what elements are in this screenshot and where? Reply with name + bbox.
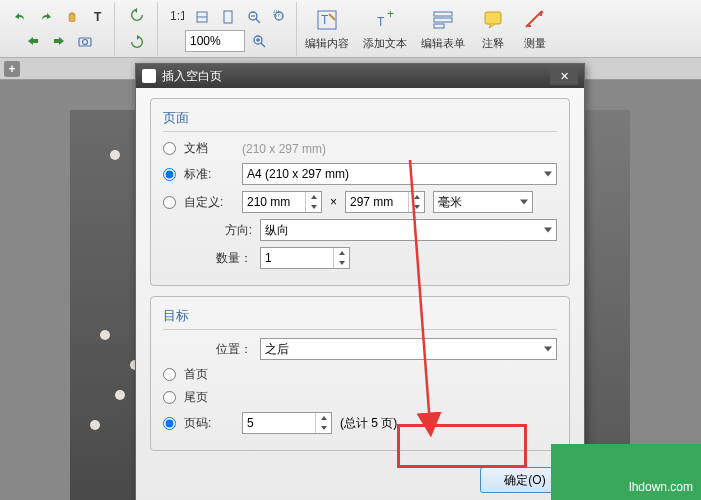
annotate-button[interactable]: 注释: [473, 4, 513, 53]
page-number-radio[interactable]: [163, 417, 176, 430]
height-value: 297 mm: [350, 195, 393, 209]
position-label: 位置：: [192, 341, 252, 358]
measure-label: 测量: [524, 36, 546, 51]
snapshot-icon[interactable]: [73, 29, 97, 53]
standard-size-combo[interactable]: A4 (210 x 297 mm): [242, 163, 557, 185]
unit-value: 毫米: [438, 194, 462, 211]
svg-text:1:1: 1:1: [170, 9, 184, 23]
measure-button[interactable]: 测量: [515, 4, 555, 53]
unit-combo[interactable]: 毫米: [433, 191, 533, 213]
width-value: 210 mm: [247, 195, 290, 209]
last-page-radio[interactable]: [163, 391, 176, 404]
svg-text:T: T: [321, 13, 329, 27]
standard-size-value: A4 (210 x 297 mm): [247, 167, 349, 181]
fit-page-icon[interactable]: [216, 5, 240, 29]
page-number-spinner[interactable]: 5: [242, 412, 332, 434]
annotate-label: 注释: [482, 36, 504, 51]
standard-radio-label: 标准:: [184, 166, 234, 183]
rotate-ccw-icon[interactable]: [121, 2, 153, 29]
rotate-group: [117, 2, 158, 56]
edit-form-button[interactable]: 编辑表单: [415, 4, 471, 53]
document-radio[interactable]: [163, 142, 176, 155]
undo-icon[interactable]: [8, 5, 32, 29]
position-combo[interactable]: 之后: [260, 338, 557, 360]
zoom-input[interactable]: [185, 30, 245, 52]
edit-content-label: 编辑内容: [305, 36, 349, 51]
width-spinner[interactable]: 210 mm: [242, 191, 322, 213]
first-page-radio[interactable]: [163, 368, 176, 381]
svg-rect-5: [224, 11, 232, 23]
svg-rect-17: [485, 12, 501, 24]
total-pages-hint: (总计 5 页): [340, 415, 397, 432]
actual-size-icon[interactable]: 1:1: [164, 5, 188, 29]
count-value: 1: [265, 251, 272, 265]
edit-form-label: 编辑表单: [421, 36, 465, 51]
dialog-title: 插入空白页: [162, 68, 222, 85]
custom-radio[interactable]: [163, 196, 176, 209]
ok-button-label: 确定(O): [504, 472, 545, 489]
first-page-label: 首页: [184, 366, 234, 383]
position-value: 之后: [265, 341, 289, 358]
close-icon[interactable]: ✕: [550, 67, 578, 85]
svg-text:T: T: [377, 15, 385, 29]
zoom-group: 1:1: [160, 2, 297, 56]
annotation-highlight-box: [397, 424, 527, 468]
fit-width-icon[interactable]: [190, 5, 214, 29]
document-size-hint: (210 x 297 mm): [242, 142, 326, 156]
times-label: ×: [330, 195, 337, 209]
svg-point-2: [83, 39, 88, 44]
forward-icon[interactable]: [47, 29, 71, 53]
watermark-text: lhdown.com: [629, 480, 693, 494]
watermark: lhdown.com: [551, 444, 701, 500]
dialog-titlebar: 插入空白页 ✕: [136, 64, 584, 88]
svg-text:T: T: [94, 10, 102, 24]
orientation-label: 方向:: [192, 222, 252, 239]
svg-rect-16: [434, 24, 444, 28]
page-number-value: 5: [247, 416, 254, 430]
add-text-button[interactable]: T+ 添加文本: [357, 4, 413, 53]
add-tab-button[interactable]: +: [4, 61, 20, 77]
svg-text:+: +: [387, 8, 394, 21]
page-fieldset: 页面 文档 (210 x 297 mm) 标准: A4 (210 x 297 m…: [150, 98, 570, 286]
orientation-value: 纵向: [265, 222, 289, 239]
standard-radio[interactable]: [163, 168, 176, 181]
dialog-icon: [142, 69, 156, 83]
back-icon[interactable]: [21, 29, 45, 53]
target-section-title: 目标: [163, 307, 557, 330]
orientation-combo[interactable]: 纵向: [260, 219, 557, 241]
main-toolbar: T 1:1 T 编辑内容 T+ 添加文本 编辑表单: [0, 0, 701, 58]
svg-rect-14: [434, 12, 452, 16]
page-section-title: 页面: [163, 109, 557, 132]
page-number-label: 页码:: [184, 415, 234, 432]
height-spinner[interactable]: 297 mm: [345, 191, 425, 213]
svg-rect-15: [434, 18, 452, 22]
edit-content-button[interactable]: T 编辑内容: [299, 4, 355, 53]
zoom-marquee-icon[interactable]: [268, 5, 292, 29]
hand-tool-icon[interactable]: [60, 5, 84, 29]
count-spinner[interactable]: 1: [260, 247, 350, 269]
nav-group: T: [4, 2, 115, 56]
add-text-label: 添加文本: [363, 36, 407, 51]
text-select-icon[interactable]: T: [86, 5, 110, 29]
last-page-label: 尾页: [184, 389, 234, 406]
document-radio-label: 文档: [184, 140, 234, 157]
zoom-out-icon[interactable]: [242, 5, 266, 29]
custom-radio-label: 自定义:: [184, 194, 234, 211]
zoom-in-icon[interactable]: [247, 29, 271, 53]
rotate-cw-icon[interactable]: [121, 29, 153, 56]
count-label: 数量：: [192, 250, 252, 267]
redo-icon[interactable]: [34, 5, 58, 29]
